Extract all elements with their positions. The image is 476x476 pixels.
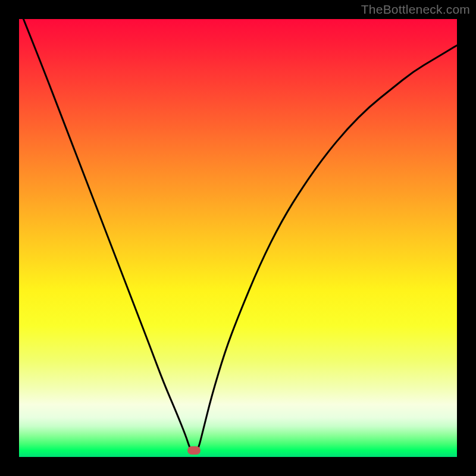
bottleneck-curve [19, 19, 457, 457]
optimal-point-marker [187, 446, 201, 455]
watermark-text: TheBottleneck.com [361, 2, 470, 17]
chart-plot-area [19, 19, 457, 457]
